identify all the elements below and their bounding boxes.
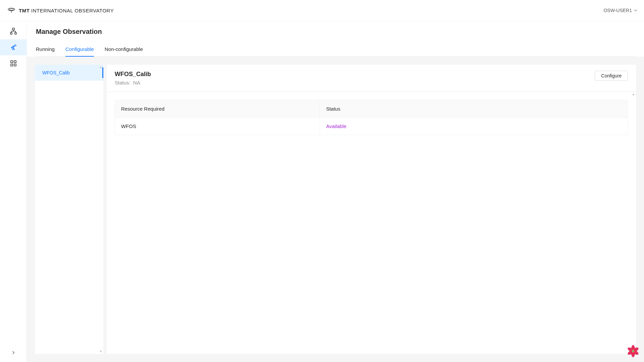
sidebar-item-infrastructure[interactable]: [0, 23, 27, 39]
observation-detail-panel: WFOS_Calib Status: NA Configure Resource…: [107, 65, 636, 354]
logo-icon: [7, 7, 16, 13]
resource-table: Resource Required Status WFOS Available: [115, 100, 628, 135]
svg-rect-5: [15, 33, 16, 34]
sidebar-expand-button[interactable]: [0, 346, 27, 359]
tab-configurable[interactable]: Configurable: [65, 42, 94, 57]
observation-list-panel: WFOS_Calib ▲ ▼: [35, 65, 103, 354]
svg-rect-18: [11, 61, 13, 63]
th-resource: Resource Required: [115, 100, 320, 117]
td-status: Available: [320, 118, 628, 135]
page-header: Manage Observation Running Configurable …: [27, 21, 644, 57]
svg-rect-3: [12, 28, 14, 30]
logo: TMT INTERNATIONAL OBSERVATORY: [7, 7, 114, 13]
svg-rect-19: [14, 61, 16, 63]
page-title: Manage Observation: [36, 28, 635, 36]
scroll-up-icon[interactable]: ▲: [632, 93, 635, 96]
detail-body: Resource Required Status WFOS Available …: [107, 92, 636, 354]
logo-text: TMT INTERNATIONAL OBSERVATORY: [19, 8, 114, 13]
scroll-down-icon[interactable]: ▼: [99, 350, 103, 353]
left-sidebar: [0, 21, 27, 362]
devtools-atom-icon[interactable]: [626, 344, 641, 359]
infrastructure-icon: [10, 28, 17, 35]
tabs: Running Configurable Non-configurable: [36, 42, 635, 57]
sidebar-item-observations[interactable]: [0, 39, 27, 55]
detail-header: WFOS_Calib Status: NA Configure: [107, 65, 636, 92]
table-header: Resource Required Status: [115, 100, 628, 118]
list-item[interactable]: WFOS_Calib: [35, 65, 103, 81]
logo-text-bold: TMT: [19, 8, 30, 13]
scroll-up-icon[interactable]: ▲: [99, 65, 103, 69]
svg-point-1: [9, 9, 13, 10]
user-menu[interactable]: OSW-USER1: [603, 8, 637, 13]
chevron-right-icon: [12, 351, 15, 355]
table-row: WFOS Available: [115, 118, 628, 135]
svg-rect-21: [14, 64, 16, 66]
td-resource: WFOS: [115, 118, 320, 135]
top-header: TMT INTERNATIONAL OBSERVATORY OSW-USER1: [0, 0, 644, 21]
tab-running[interactable]: Running: [36, 42, 55, 57]
svg-point-17: [16, 46, 16, 46]
detail-scrollbar[interactable]: ▲ ▼: [631, 92, 636, 354]
chevron-down-icon: [634, 9, 637, 11]
user-name: OSW-USER1: [603, 8, 632, 13]
detail-status-label: Status:: [115, 80, 130, 85]
svg-rect-20: [11, 64, 13, 66]
telescope-icon: [10, 44, 17, 51]
detail-status: Status: NA: [115, 80, 151, 85]
list-scrollbar[interactable]: ▲ ▼: [98, 65, 103, 354]
svg-point-16: [15, 45, 15, 45]
svg-rect-4: [10, 33, 12, 34]
sidebar-item-resources[interactable]: [0, 55, 27, 71]
detail-status-value: NA: [133, 80, 140, 85]
logo-text-light: INTERNATIONAL OBSERVATORY: [30, 8, 114, 13]
tab-non-configurable[interactable]: Non-configurable: [105, 42, 143, 57]
configure-button[interactable]: Configure: [595, 71, 628, 81]
th-status: Status: [320, 100, 628, 117]
svg-point-26: [633, 351, 634, 352]
grid-icon: [10, 60, 16, 66]
detail-title: WFOS_Calib: [115, 71, 151, 78]
